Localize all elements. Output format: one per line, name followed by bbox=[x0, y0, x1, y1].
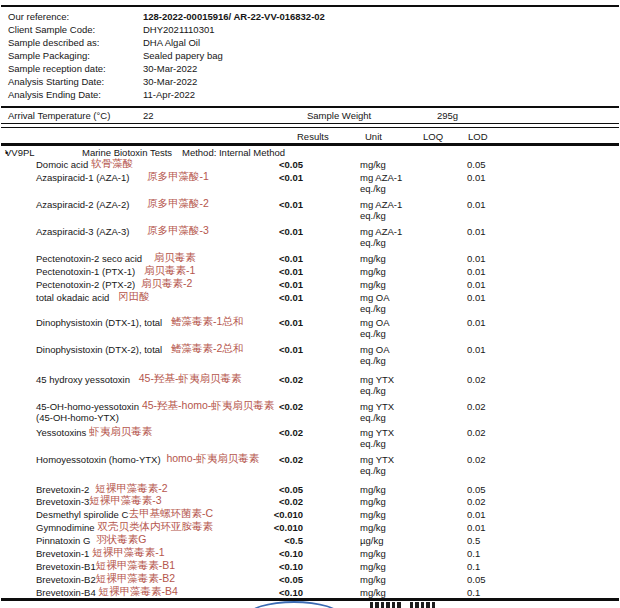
lod-value: 0.02 bbox=[467, 496, 486, 507]
unit-value: mg/kg bbox=[360, 574, 386, 585]
table-row: Brevetoxin-3短裸甲藻毒素-3 <0.02 mg/kg 0.02 bbox=[0, 496, 620, 509]
analyte-name-en: Brevetoxin-B1 bbox=[36, 561, 96, 572]
unit-line2: eq./kg bbox=[360, 210, 402, 221]
analyte-name-en: total okadaic acid bbox=[36, 292, 109, 303]
analyte-name: Brevetoxin-3短裸甲藻毒素-3 bbox=[36, 496, 162, 507]
lod-column-header: LOD bbox=[468, 131, 488, 142]
partial-logo-ellipse bbox=[247, 601, 341, 608]
unit-line1: mg AZA-1 bbox=[360, 172, 402, 183]
sample-weight-label: Sample Weight bbox=[307, 110, 371, 121]
meta-row: Analysis Starting Date:30-Mar-2022 bbox=[8, 76, 612, 89]
analyte-name: Domoic acid 软骨藻酸 bbox=[36, 159, 133, 170]
unit-line2: eq./kg bbox=[360, 385, 394, 396]
lod-value: 0.1 bbox=[467, 561, 480, 572]
table-row: Pectenotoxin-2 (PTX-2) 扇贝毒素-2 <0.01 mg/k… bbox=[0, 279, 620, 292]
analyte-annotation-cn: 短裸甲藻毒素-B2 bbox=[96, 572, 175, 584]
lod-value: 0.01 bbox=[467, 317, 486, 328]
analyte-name-line2: (45-OH-homo-YTX) bbox=[36, 412, 119, 423]
results-column-header: Results bbox=[297, 131, 329, 142]
lod-value: 0.02 bbox=[467, 374, 486, 385]
result-value: <0.5 bbox=[230, 535, 303, 546]
analyte-name: Brevetoxin-2 短裸甲藻毒素-2 bbox=[36, 484, 168, 495]
analyte-name-en: Brevetoxin-B2 bbox=[36, 574, 96, 585]
analyte-name-en: 45-OH-homo-yessotoxin bbox=[36, 401, 139, 412]
meta-value: Sealed papery bag bbox=[143, 50, 223, 61]
meta-row: Our reference:128-2022-00015916/ AR-22-V… bbox=[8, 11, 612, 24]
arrival-temperature-label: Arrival Temperature (°C) bbox=[8, 110, 110, 121]
unit-line1: mg/kg bbox=[360, 159, 386, 170]
lod-value: 0.05 bbox=[467, 159, 486, 170]
lod-value: 0.01 bbox=[467, 522, 486, 533]
unit-value: mg AZA-1eq./kg bbox=[360, 199, 402, 221]
analyte-annotation-cn: 冈田酸 bbox=[109, 290, 149, 302]
unit-line1: mg YTX bbox=[360, 427, 394, 438]
analyte-name-en: Pectenotoxin-2 (PTX-2) bbox=[36, 279, 135, 290]
unit-value: mg YTXeq./kg bbox=[360, 454, 394, 476]
column-header-row: Results Unit LOQ LOD bbox=[0, 131, 620, 142]
analyte-name: total okadaic acid 冈田酸 bbox=[36, 292, 150, 303]
result-value: <0.01 bbox=[230, 266, 303, 277]
header-divider bbox=[1, 143, 619, 146]
result-value: <0.01 bbox=[230, 226, 303, 237]
unit-value: µg/kg bbox=[360, 535, 383, 546]
analyte-name: Brevetoxin-B2短裸甲藻毒素-B2 bbox=[36, 574, 175, 585]
table-row: Azaspiracid-2 (AZA-2) 原多甲藻酸-2 <0.01 mg A… bbox=[0, 199, 620, 226]
lab-report-page: Our reference:128-2022-00015916/ AR-22-V… bbox=[0, 0, 620, 608]
analyte-name: Yessotoxins 虾夷扇贝毒素 bbox=[36, 427, 152, 438]
partial-footer-glyphs bbox=[410, 602, 437, 608]
unit-line2: eq./kg bbox=[360, 183, 402, 194]
analyte-annotation-cn: 软骨藻酸 bbox=[88, 157, 133, 169]
analyte-name-en: Brevetoxin-2 bbox=[36, 484, 89, 495]
section-method: Method: Internal Method bbox=[182, 147, 285, 158]
analyte-name: Azaspiracid-2 (AZA-2) 原多甲藻酸-2 bbox=[36, 199, 209, 210]
result-value: <0.01 bbox=[230, 279, 303, 290]
table-row: Pectenotoxin-1 (PTX-1) 扇贝毒素-1 <0.01 mg/k… bbox=[0, 266, 620, 279]
unit-line2: eq./kg bbox=[360, 465, 394, 476]
analyte-name: Dinophysistoxin (DTX-2), total 鳍藻毒素-2总和 bbox=[36, 344, 243, 355]
table-row: Azaspiracid-1 (AZA-1) 原多甲藻酸-1 <0.01 mg A… bbox=[0, 172, 620, 199]
lod-value: 0.1 bbox=[467, 548, 480, 559]
meta-label: Client Sample Code: bbox=[8, 24, 143, 35]
unit-line1: mg YTX bbox=[360, 401, 394, 412]
table-row: 45 hydroxy yessotoxin 45-羟基-虾夷扇贝毒素 <0.02… bbox=[0, 374, 620, 401]
lod-value: 0.01 bbox=[467, 266, 486, 277]
unit-value: mg/kg bbox=[360, 509, 386, 520]
double-divider-top bbox=[1, 123, 619, 124]
partial-footer-glyphs bbox=[370, 602, 403, 608]
table-row: total okadaic acid 冈田酸 <0.01 mg OAeq./kg… bbox=[0, 292, 620, 317]
results-rows: Domoic acid 软骨藻酸 <0.05 mg/kg 0.05 Azaspi… bbox=[0, 159, 620, 600]
unit-value: mg AZA-1eq./kg bbox=[360, 226, 402, 248]
section-code-text: VV9PL bbox=[5, 147, 35, 158]
unit-value: mg YTXeq./kg bbox=[360, 374, 394, 396]
analyte-annotation-cn: 扇贝毒素-2 bbox=[135, 277, 192, 289]
unit-value: mg/kg bbox=[360, 253, 386, 264]
lod-value: 0.05 bbox=[467, 484, 486, 495]
analyte-name-en: Brevetoxin-B4 bbox=[36, 587, 96, 598]
unit-line2: eq./kg bbox=[360, 328, 390, 339]
result-value: <0.010 bbox=[230, 509, 303, 520]
analyte-name-en: Domoic acid bbox=[36, 159, 88, 170]
analyte-name: Pectenotoxin-1 (PTX-1) 扇贝毒素-1 bbox=[36, 266, 195, 277]
unit-line1: mg/kg bbox=[360, 253, 386, 264]
analyte-annotation-cn: 羽状毒素G bbox=[90, 533, 146, 545]
lod-value: 0.02 bbox=[467, 401, 486, 412]
meta-value: DHY2021110301 bbox=[143, 24, 214, 35]
meta-value: 128-2022-00015916/ AR-22-VV-016832-02 bbox=[143, 11, 325, 22]
unit-line1: mg/kg bbox=[360, 548, 386, 559]
meta-row: Client Sample Code:DHY2021110301 bbox=[8, 24, 612, 37]
analyte-annotation-cn: 短裸甲藻毒素-1 bbox=[89, 546, 164, 558]
analyte-name-en: Dinophysistoxin (DTX-1), total bbox=[36, 317, 162, 328]
lod-value: 0.01 bbox=[467, 279, 486, 290]
unit-line1: mg/kg bbox=[360, 496, 386, 507]
analyte-name: Dinophysistoxin (DTX-1), total 鳍藻毒素-1总和 bbox=[36, 317, 243, 328]
analyte-name: Brevetoxin-B1短裸甲藻毒素-B1 bbox=[36, 561, 175, 572]
unit-line1: mg/kg bbox=[360, 509, 386, 520]
lod-value: 0.01 bbox=[467, 253, 486, 264]
analyte-name: Azaspiracid-1 (AZA-1) 原多甲藻酸-1 bbox=[36, 172, 209, 183]
analyte-annotation-cn: 虾夷扇贝毒素 bbox=[86, 425, 152, 437]
analyte-name-en: Azaspiracid-3 (AZA-3) bbox=[36, 226, 129, 237]
analyte-annotation-cn: 扇贝毒素 bbox=[142, 251, 196, 263]
table-row: 45-OH-homo-yessotoxin 45-羟基-homo-虾夷扇贝毒素 … bbox=[0, 401, 620, 427]
analyte-name-en: Yessotoxins bbox=[36, 427, 86, 438]
result-value: <0.01 bbox=[230, 172, 303, 183]
